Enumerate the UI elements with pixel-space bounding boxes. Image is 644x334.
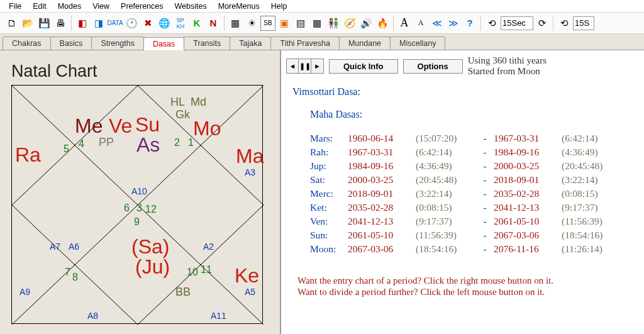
quick-info-button[interactable]: Quick Info [329, 59, 398, 74]
menu-moremenus[interactable]: MoreMenus [213, 1, 265, 11]
dasa-end-time: (6:42:14) [562, 133, 621, 144]
tool-reset-time-icon[interactable]: 🕐 [124, 16, 139, 31]
a11-label: A11 [211, 311, 226, 321]
tool-people-icon[interactable]: 👫 [326, 16, 341, 31]
menu-edit[interactable]: Edit [28, 1, 52, 11]
prev-icon[interactable]: ≪ [430, 16, 445, 31]
menu-view[interactable]: View [87, 1, 114, 11]
tool-grid-icon[interactable]: ▦ [228, 16, 243, 31]
dasa-planet[interactable]: Sun: [310, 230, 348, 241]
next-icon[interactable]: ≫ [446, 16, 461, 31]
dasa-table[interactable]: Mars:1960-06-14(15:07:20)-1967-03-31(6:4… [310, 133, 639, 255]
dasa-planet[interactable]: Jup: [310, 160, 348, 172]
toolbar: 🗋 📂 💾 🖶 ◧ ◨ DATA 🕐 ✖ 🌐 SPKH K N ▦ ☀ SB ▣… [0, 13, 644, 34]
planet-ve: Ve [109, 114, 132, 138]
new-icon[interactable]: 🗋 [4, 16, 19, 31]
tab-basics[interactable]: Basics [50, 36, 92, 50]
tab-tithi-pravesha[interactable]: Tithi Pravesha [270, 36, 339, 50]
tool-fire-icon[interactable]: 🔥 [375, 16, 390, 31]
extra-bb: BB [175, 286, 191, 299]
menu-file[interactable]: File [4, 1, 26, 11]
tool-square-orange-icon[interactable]: ▣ [277, 16, 292, 31]
dasa-dash: - [476, 230, 494, 241]
dasa-dash: - [476, 133, 494, 144]
tool-globe-icon[interactable]: 🌐 [157, 16, 172, 31]
tool-compass-icon[interactable]: 🧭 [342, 16, 357, 31]
dasa-dash: - [476, 188, 494, 199]
natal-chart-panel: Natal Chart Rasi 1 2 3 4 5 6 7 8 9 10 11… [0, 50, 280, 334]
dasa-sub-title: Maha Dasas: [310, 109, 639, 120]
nav-prev-button[interactable]: ◄ [286, 58, 299, 74]
dasa-planet[interactable]: Moon: [310, 243, 348, 255]
tool-calgrid-icon[interactable]: ▤ [293, 16, 308, 31]
dasa-planet[interactable]: Ket: [310, 202, 348, 213]
dasa-dash: - [476, 216, 494, 227]
options-button[interactable]: Options [403, 59, 463, 74]
dasa-end-time: (11:26:14) [562, 243, 621, 255]
tool-cancel-time-icon[interactable]: ✖ [140, 16, 155, 31]
font-small-icon[interactable]: A [413, 16, 428, 31]
dasa-planet[interactable]: Ven: [310, 216, 348, 227]
house-5: 5 [64, 143, 69, 155]
dasa-start-time: (4:36:49) [416, 160, 476, 172]
nav-next-button[interactable]: ► [311, 58, 324, 74]
tab-strengths[interactable]: Strengths [91, 36, 144, 50]
dasa-planet[interactable]: Rah: [310, 147, 348, 158]
font-large-icon[interactable]: A [397, 16, 412, 31]
time-step-input[interactable] [501, 16, 533, 30]
dasa-dash: - [476, 160, 494, 172]
open-icon[interactable]: 📂 [20, 16, 35, 31]
dasa-end-date: 2076-11-16 [494, 243, 562, 255]
menu-websites[interactable]: Websites [170, 1, 212, 11]
dasa-end-time: (3:22:14) [562, 174, 621, 186]
planet-me: Me [75, 114, 103, 138]
dasa-start-date: 2061-05-10 [348, 230, 416, 241]
tab-chakras[interactable]: Chakras [3, 36, 51, 50]
tool-n-icon[interactable]: N [206, 16, 221, 31]
a5-label: A5 [245, 287, 255, 297]
save-icon[interactable]: 💾 [36, 16, 52, 31]
extra-md: Md [191, 96, 206, 109]
menu-preferences[interactable]: Preferences [116, 1, 168, 11]
tool-sb-icon[interactable]: SB [260, 16, 275, 31]
time-back-icon[interactable]: ⟲ [484, 16, 499, 31]
tool-chart-blue-icon[interactable]: ◨ [91, 16, 106, 31]
nav-pause-button[interactable]: ❚❚ [299, 58, 311, 74]
tab-mundane[interactable]: Mundane [339, 36, 391, 50]
tool-chart-red-icon[interactable]: ◧ [75, 16, 90, 31]
planet-mo: Mo [193, 117, 221, 140]
meta-line1: Using 360 tithi years [468, 55, 547, 66]
dasa-planet[interactable]: Mars: [310, 133, 348, 144]
dasa-end-date: 2000-03-25 [494, 160, 562, 172]
dasa-planet[interactable]: Sat: [310, 174, 348, 186]
menu-help[interactable]: Help [266, 1, 292, 11]
tool-k-icon[interactable]: K [189, 16, 204, 31]
planet-ma: Ma [236, 145, 264, 168]
menu-modes[interactable]: Modes [53, 1, 87, 11]
dasa-start-time: (9:17:37) [416, 216, 476, 227]
tool-sound-icon[interactable]: 🔊 [358, 16, 374, 31]
planet-as: As [136, 133, 160, 157]
tool-data-icon[interactable]: DATA [108, 16, 123, 31]
dasa-start-time: (6:42:14) [416, 147, 476, 158]
tab-tajaka[interactable]: Tajaka [230, 36, 271, 50]
help-icon[interactable]: ? [462, 16, 477, 31]
time-fwd-icon[interactable]: ⟳ [535, 16, 550, 31]
dasa-planet[interactable]: Merc: [310, 188, 348, 199]
a8-label: A8 [87, 311, 98, 321]
dasa-end-time: (0:08:15) [562, 188, 621, 199]
tool-spkh-icon[interactable]: SPKH [173, 16, 188, 31]
time-step2-input[interactable] [573, 16, 594, 30]
tool-grid2-icon[interactable]: ▦ [309, 16, 325, 31]
time-back2-icon[interactable]: ⟲ [557, 16, 572, 31]
dasa-meta: Using 360 tithi years Started from Moon [468, 55, 547, 77]
a3-label: A3 [245, 167, 255, 177]
tab-miscellany[interactable]: Miscellany [390, 36, 445, 50]
dasa-start-date: 2041-12-13 [348, 216, 416, 227]
print-icon[interactable]: 🖶 [53, 16, 68, 31]
tab-dasas[interactable]: Dasas [143, 37, 184, 50]
natal-chart[interactable]: 1 2 3 4 5 6 7 8 9 10 11 12 Me Ve Su As M… [11, 85, 263, 324]
hint-right-click: Want the entry chart of a period? Click … [297, 275, 639, 287]
tab-transits[interactable]: Transits [184, 36, 230, 50]
tool-sun-icon[interactable]: ☀ [244, 16, 259, 31]
